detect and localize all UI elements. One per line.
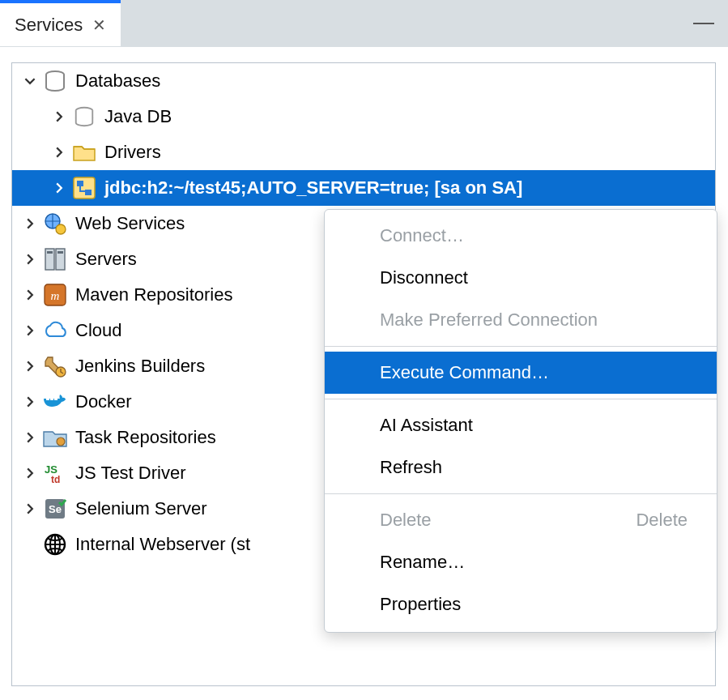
tree-node-drivers[interactable]: Drivers	[12, 134, 715, 170]
svg-point-18	[57, 438, 65, 446]
app-root: Services ✕ Databases	[0, 0, 728, 700]
tree-node-javadb[interactable]: Java DB	[12, 99, 715, 134]
close-tab-icon[interactable]: ✕	[92, 15, 106, 35]
tree-label: JS Test Driver	[75, 463, 186, 484]
tree-label: Databases	[75, 70, 160, 92]
web-services-icon	[41, 210, 69, 237]
menu-item-rename[interactable]: Rename…	[325, 541, 717, 583]
svg-text:m: m	[51, 289, 60, 302]
menu-item-execute-command[interactable]: Execute Command…	[325, 352, 717, 394]
tree-label: Cloud	[75, 320, 121, 341]
menu-item-delete: Delete Delete	[325, 499, 717, 541]
tree-label: Maven Repositories	[75, 284, 232, 305]
globe-icon	[41, 531, 69, 558]
maven-icon: m	[41, 281, 69, 309]
tree-label: Docker	[75, 391, 132, 412]
svg-rect-16	[54, 397, 57, 400]
svg-text:td: td	[51, 474, 60, 484]
tree-label: Jenkins Builders	[75, 356, 205, 377]
menu-item-disconnect[interactable]: Disconnect	[325, 257, 717, 299]
chevron-right-icon[interactable]	[48, 111, 70, 122]
chevron-none-icon	[19, 539, 41, 550]
svg-rect-14	[46, 397, 49, 400]
tab-services[interactable]: Services ✕	[0, 0, 121, 46]
tab-label: Services	[15, 15, 83, 36]
menu-item-label: Execute Command…	[380, 362, 549, 383]
svg-rect-15	[50, 397, 53, 400]
chevron-right-icon[interactable]	[19, 361, 41, 372]
menu-item-label: Refresh	[380, 457, 442, 478]
menu-separator	[325, 493, 717, 494]
svg-rect-10	[57, 251, 63, 254]
chevron-right-icon[interactable]	[48, 147, 70, 158]
menu-item-label: Properties	[380, 594, 461, 615]
jenkins-icon	[41, 352, 69, 380]
titlebar-spacer	[121, 0, 679, 46]
minimize-icon	[693, 23, 714, 24]
tree-label: Java DB	[104, 106, 172, 127]
minimize-button[interactable]	[679, 0, 728, 46]
folder-icon	[70, 139, 98, 166]
menu-item-properties[interactable]: Properties	[325, 583, 717, 625]
menu-item-label: Delete	[380, 510, 432, 531]
selenium-icon: Se	[41, 495, 69, 523]
servers-icon	[41, 245, 69, 273]
svg-point-6	[56, 224, 66, 234]
chevron-right-icon[interactable]	[19, 432, 41, 443]
js-test-driver-icon: JStd	[41, 459, 69, 487]
tree-node-db-connection[interactable]: jdbc:h2:~/test45;AUTO_SERVER=true; [sa o…	[12, 170, 715, 206]
tree-label: jdbc:h2:~/test45;AUTO_SERVER=true; [sa o…	[104, 177, 522, 198]
db-connection-icon	[70, 174, 98, 202]
menu-separator	[325, 399, 717, 399]
svg-text:Se: Se	[49, 503, 62, 515]
tree-node-databases[interactable]: Databases	[12, 63, 715, 99]
tree-label: Internal Webserver (st	[75, 534, 250, 555]
svg-rect-17	[50, 393, 53, 396]
chevron-right-icon[interactable]	[19, 467, 41, 479]
svg-rect-9	[47, 251, 53, 254]
menu-item-shortcut: Delete	[636, 510, 688, 531]
svg-rect-4	[85, 190, 92, 195]
tree-label: Servers	[75, 249, 137, 270]
menu-item-label: Connect…	[380, 225, 464, 246]
context-menu: Connect… Disconnect Make Preferred Conne…	[324, 209, 717, 633]
chevron-right-icon[interactable]	[19, 254, 41, 265]
chevron-right-icon[interactable]	[19, 396, 41, 408]
menu-item-label: Disconnect	[380, 267, 468, 288]
svg-rect-2	[74, 177, 95, 198]
tree-label: Selenium Server	[75, 498, 207, 519]
chevron-right-icon[interactable]	[48, 182, 70, 194]
menu-item-label: Make Preferred Connection	[380, 309, 598, 331]
titlebar: Services ✕	[0, 0, 728, 47]
docker-icon	[41, 388, 69, 416]
tree-label: Drivers	[104, 142, 161, 163]
menu-item-label: AI Assistant	[380, 415, 473, 436]
task-repos-icon	[41, 424, 69, 451]
chevron-right-icon[interactable]	[19, 218, 41, 229]
database-icon	[70, 103, 98, 130]
tree-label: Task Repositories	[75, 427, 216, 448]
menu-item-make-preferred: Make Preferred Connection	[325, 299, 717, 341]
chevron-right-icon[interactable]	[19, 325, 41, 336]
menu-separator	[325, 346, 717, 347]
tree-label: Web Services	[75, 213, 185, 234]
menu-item-refresh[interactable]: Refresh	[325, 446, 717, 489]
database-icon	[41, 67, 69, 95]
cloud-icon	[41, 317, 69, 344]
chevron-down-icon[interactable]	[19, 75, 41, 87]
menu-item-label: Rename…	[380, 552, 465, 573]
chevron-right-icon[interactable]	[19, 503, 41, 514]
svg-rect-3	[77, 181, 83, 186]
chevron-right-icon[interactable]	[19, 289, 41, 301]
menu-item-connect: Connect…	[325, 215, 717, 257]
menu-item-ai-assistant[interactable]: AI Assistant	[325, 404, 717, 446]
